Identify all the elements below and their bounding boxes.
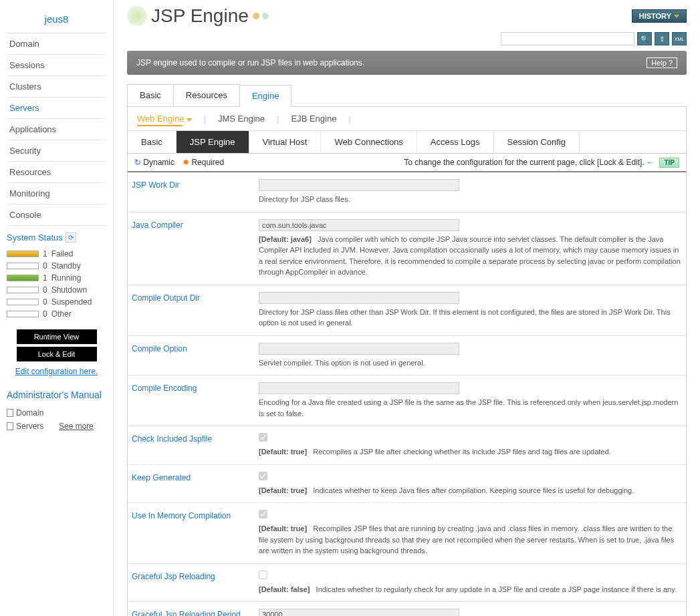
form-label: Java Compiler <box>132 219 259 278</box>
status-bar-icon <box>7 287 39 293</box>
form-help: [Default: false] Indicates whether to re… <box>259 581 682 595</box>
description-bar: JSP engine used to compile or run JSP fi… <box>127 51 687 75</box>
help-icon: ? <box>669 59 673 67</box>
form-label: Check Included Jspfile <box>132 433 259 458</box>
subtab-web-engine[interactable]: Web Engine <box>137 114 192 124</box>
subtab2-virtual-host[interactable]: Virtual Host <box>249 131 322 153</box>
form-row-java-compiler: Java Compiler[Default: java6] Java compi… <box>128 212 686 285</box>
form-area: JSP Work DirDirectory for JSP class file… <box>128 172 686 616</box>
chevron-down-icon <box>674 15 679 18</box>
form-row-graceful-jsp-reloading-period: Graceful Jsp Reloading Period[Default: 3… <box>128 602 686 616</box>
sidebar-item-clusters[interactable]: Clusters <box>7 76 106 98</box>
see-more-link[interactable]: See more <box>59 422 94 431</box>
refresh-icon[interactable]: ⟳ <box>66 233 76 243</box>
subtab2-jsp-engine[interactable]: JSP Engine <box>177 131 249 153</box>
help-button[interactable]: Help ? <box>647 57 677 68</box>
dot-icon <box>253 13 259 19</box>
form-row-jsp-work-dir: JSP Work DirDirectory for JSP class file… <box>128 172 686 212</box>
subtab2-session-config[interactable]: Session Config <box>494 131 580 153</box>
lock-edit-button[interactable]: Lock & Edit <box>17 347 97 361</box>
checkbox-use-in-memory-compilation[interactable] <box>259 510 267 518</box>
document-icon <box>7 422 13 430</box>
text-input-compile-option[interactable] <box>259 343 459 355</box>
tab-engine[interactable]: Engine <box>239 85 291 107</box>
status-row-standby: 0Standby <box>7 260 106 272</box>
runtime-view-button[interactable]: Runtime View <box>17 329 97 344</box>
export-icon[interactable]: ⇪ <box>655 32 669 45</box>
text-input-java-compiler[interactable] <box>259 219 459 231</box>
sidebar-item-sessions[interactable]: Sessions <box>7 55 106 76</box>
form-row-use-in-memory-compilation: Use In Memory Compilation[Default: true]… <box>128 503 686 564</box>
required-icon: ✸ <box>183 158 189 167</box>
form-help: [Default: java6] Java compiler with whic… <box>259 231 682 278</box>
page-title: JSP Engine <box>127 5 269 27</box>
edit-configuration-link[interactable]: Edit configuration here. <box>7 364 106 379</box>
form-help: [Default: true] Recompiles a JSP file af… <box>259 444 682 458</box>
tip-message: To change the configuration for the curr… <box>404 158 679 167</box>
status-row-other: 0Other <box>7 308 106 320</box>
dynamic-icon: ↻ <box>134 158 141 167</box>
sidebar-item-domain[interactable]: Domain <box>7 33 106 55</box>
document-icon <box>7 409 13 417</box>
subtabs-container: Web Engine|JMS Engine|EJB Engine| BasicJ… <box>127 107 687 616</box>
form-help: Encoding for a Java file created using a… <box>259 394 682 419</box>
dot-icon <box>262 13 269 19</box>
search-input[interactable] <box>501 32 634 45</box>
status-row-suspended: 0Suspended <box>7 296 106 308</box>
decorative-dot-icon <box>127 6 147 26</box>
checkbox-check-included-jspfile[interactable] <box>259 433 267 442</box>
form-help: [Default: true] Indicates whether to kee… <box>259 482 682 496</box>
text-input-compile-output-dir[interactable] <box>259 292 459 304</box>
sidebar-item-applications[interactable]: Applications <box>7 119 106 140</box>
form-row-keep-generated: Keep Generated[Default: true] Indicates … <box>128 465 686 504</box>
sidebar-item-security[interactable]: Security <box>7 140 106 162</box>
form-label: Compile Encoding <box>132 382 259 419</box>
form-help: [Default: true] Recompiles JSP files tha… <box>259 520 682 557</box>
tab-basic[interactable]: Basic <box>127 84 174 106</box>
legend-row: ↻ Dynamic ✸ Required To change the confi… <box>128 154 686 172</box>
primary-tabs: BasicResourcesEngine <box>127 84 687 107</box>
status-bar-icon <box>7 251 39 257</box>
subtab-ejb-engine[interactable]: EJB Engine <box>291 114 336 124</box>
sidebar-item-monitoring[interactable]: Monitoring <box>7 183 106 204</box>
checkbox-graceful-jsp-reloading[interactable] <box>259 571 267 579</box>
xml-icon[interactable]: XML <box>672 32 687 45</box>
form-row-compile-option: Compile OptionServlet compiler. This opt… <box>128 336 686 376</box>
checkbox-keep-generated[interactable] <box>259 472 267 480</box>
form-label: Compile Option <box>132 343 259 369</box>
search-icon[interactable]: 🔍 <box>637 32 652 45</box>
system-status-title: System Status ⟳ <box>7 233 106 248</box>
form-row-compile-encoding: Compile EncodingEncoding for a Java file… <box>128 375 686 426</box>
text-input-compile-encoding[interactable] <box>259 382 459 394</box>
status-bar-icon <box>7 263 39 269</box>
sidebar-item-servers[interactable]: Servers <box>7 98 106 119</box>
admin-manual: Administrator's Manual DomainServers See… <box>7 379 106 433</box>
sidebar-item-resources[interactable]: Resources <box>7 162 106 183</box>
status-row-running: 1Running <box>7 272 106 284</box>
tip-badge: TIP <box>659 158 679 168</box>
subtab2-access-logs[interactable]: Access Logs <box>417 131 494 153</box>
admin-manual-title: Administrator's Manual <box>7 389 106 406</box>
subtab-jms-engine[interactable]: JMS Engine <box>218 114 265 124</box>
tab-resources[interactable]: Resources <box>173 84 240 106</box>
status-bar-icon <box>7 299 39 305</box>
subtab2-web-connections[interactable]: Web Connections <box>321 131 417 153</box>
sidebar-item-console[interactable]: Console <box>7 204 106 226</box>
text-input-graceful-jsp-reloading-period[interactable] <box>259 609 459 616</box>
form-row-compile-output-dir: Compile Output DirDirectory for JSP clas… <box>128 285 686 336</box>
form-row-check-included-jspfile: Check Included Jspfile[Default: true] Re… <box>128 426 686 465</box>
status-row-shutdown: 0Shutdown <box>7 284 106 296</box>
form-label: Use In Memory Compilation <box>132 510 259 557</box>
sidebar: jeus8 DomainSessionsClustersServersAppli… <box>0 0 114 616</box>
search-row: 🔍 ⇪ XML <box>127 32 687 51</box>
arrow-icon: ← <box>647 158 655 167</box>
form-label: Graceful Jsp Reloading <box>132 571 259 595</box>
form-help: Servlet compiler. This option is not use… <box>259 355 682 369</box>
subtab2-basic[interactable]: Basic <box>128 131 177 153</box>
text-input-jsp-work-dir[interactable] <box>259 179 459 191</box>
status-bar-icon <box>7 311 39 317</box>
form-help: Directory for JSP class files. <box>259 191 682 205</box>
admin-link-servers[interactable]: Servers See more <box>7 420 106 433</box>
history-button[interactable]: HISTORY <box>632 9 687 23</box>
admin-link-domain[interactable]: Domain <box>7 406 106 420</box>
